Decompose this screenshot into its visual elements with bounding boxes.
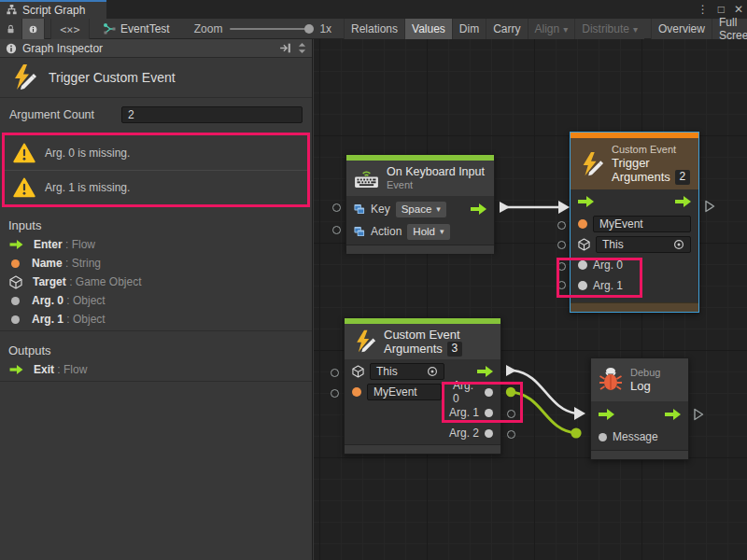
value-input-port[interactable] xyxy=(557,262,566,271)
close-icon[interactable]: ✕ xyxy=(734,3,743,16)
unconnected-flow-indicator xyxy=(693,408,704,421)
message-label: Message xyxy=(613,430,658,443)
lock-button[interactable] xyxy=(0,19,22,39)
zoom-slider-handle[interactable] xyxy=(304,24,314,34)
value-output-port[interactable] xyxy=(507,410,515,418)
node-debug-log[interactable]: Debug Log Message xyxy=(590,357,689,460)
object-output-port[interactable] xyxy=(485,409,493,417)
spinner-icon[interactable] xyxy=(298,42,306,54)
arg2-row: Arg. 2 xyxy=(345,423,500,443)
object-output-port[interactable] xyxy=(485,388,493,397)
node-body: MyEvent This Arg. 0 Arg. 1 xyxy=(571,189,698,296)
argument-count-input[interactable] xyxy=(121,106,303,123)
value-input-port[interactable] xyxy=(331,389,339,398)
node-title: Custom Event xyxy=(384,328,462,342)
event-name-field[interactable]: MyEvent xyxy=(367,384,442,400)
relations-button[interactable]: Relations xyxy=(344,19,404,39)
dock-panel-icon[interactable] xyxy=(278,42,292,54)
event-name-field[interactable]: MyEvent xyxy=(593,216,691,232)
node-header: Custom Event Trigger Arguments 2 xyxy=(571,138,698,189)
arg-label: Arg. 1 xyxy=(593,279,623,292)
align-dropdown[interactable]: Align xyxy=(528,19,575,39)
action-dropdown[interactable]: Hold xyxy=(407,224,449,240)
script-graph-asset-icon xyxy=(103,22,116,35)
node-on-keyboard-input[interactable]: On Keyboard Input Event Key Space Action… xyxy=(345,154,495,251)
value-input-port[interactable] xyxy=(557,281,566,289)
value-output-port[interactable] xyxy=(507,430,515,439)
overview-button[interactable]: Overview xyxy=(651,19,712,39)
target-field[interactable]: This xyxy=(370,363,444,380)
node-kind: Custom Event xyxy=(612,144,690,156)
value-input-port[interactable] xyxy=(332,226,341,234)
warning-text: Arg. 0 is missing. xyxy=(45,147,130,160)
inputs-section: Inputs Enter : Flow Name : String Target… xyxy=(0,215,312,329)
graph-inspector-panel: Graph Inspector Trigger Custom Event Arg… xyxy=(0,39,313,560)
distribute-dropdown[interactable]: Distribute xyxy=(574,19,644,39)
value-input-port[interactable] xyxy=(557,241,566,249)
string-port[interactable] xyxy=(352,387,361,397)
maximize-icon[interactable]: □ xyxy=(718,3,725,16)
flow-output-port[interactable] xyxy=(665,409,681,420)
key-label: Key xyxy=(371,203,390,216)
object-picker-icon[interactable] xyxy=(673,239,684,250)
flow-output-port[interactable] xyxy=(471,203,486,215)
key-dropdown[interactable]: Space xyxy=(396,202,446,217)
value-input-port[interactable] xyxy=(557,221,566,230)
port-row-exit: Exit : Flow xyxy=(0,360,312,379)
target-field[interactable]: This xyxy=(596,236,691,253)
value-input-port[interactable] xyxy=(331,369,339,377)
member-icon xyxy=(354,203,365,215)
node-body: Key Space Action Hold xyxy=(346,196,494,245)
node-footer xyxy=(345,444,500,454)
object-picker-icon[interactable] xyxy=(427,366,438,377)
keyboard-icon xyxy=(354,169,379,189)
argument-count-label: Argument Count xyxy=(9,108,121,121)
zoom-slider[interactable] xyxy=(230,28,312,30)
node-title: On Keyboard Input xyxy=(387,165,485,179)
kebab-menu-icon[interactable]: ⋮ xyxy=(698,3,709,16)
warning-icon xyxy=(13,143,35,163)
graph-reference[interactable]: EventTest xyxy=(90,22,179,35)
value-input-port[interactable] xyxy=(332,203,341,212)
outputs-section: Outputs Exit : Flow xyxy=(0,340,312,379)
node-header: Custom Event Arguments 3 xyxy=(345,324,500,359)
port-row-arg1: Arg. 1 : Object xyxy=(0,310,312,329)
arg-label: Arg. 0 xyxy=(593,259,623,272)
inspect-toggle-button[interactable] xyxy=(22,19,45,39)
section-divider xyxy=(0,381,312,382)
unit-title: Trigger Custom Event xyxy=(49,70,176,85)
node-subtitle: Event xyxy=(387,179,485,191)
node-title: Trigger xyxy=(612,156,690,170)
event-name-row: MyEvent Arg. 0 xyxy=(345,382,500,402)
node-trigger-custom-event[interactable]: Custom Event Trigger Arguments 2 MyEvent xyxy=(570,132,699,313)
object-port[interactable] xyxy=(578,281,587,290)
dim-button[interactable]: Dim xyxy=(452,19,486,39)
event-name-row: MyEvent xyxy=(571,214,698,234)
inspected-unit-header: Trigger Custom Event xyxy=(0,58,312,98)
code-preview-button[interactable] xyxy=(50,19,90,39)
node-custom-event[interactable]: Custom Event Arguments 3 This MyEvent xyxy=(344,317,501,455)
values-button[interactable]: Values xyxy=(404,19,452,39)
flow-output-port[interactable] xyxy=(675,196,691,207)
flow-input-port[interactable] xyxy=(578,196,594,207)
custom-event-icon xyxy=(9,63,37,91)
carry-button[interactable]: Carry xyxy=(486,19,527,39)
object-port[interactable] xyxy=(578,260,587,270)
object-output-port[interactable] xyxy=(485,429,493,438)
inputs-header: Inputs xyxy=(0,215,312,235)
tab-script-graph[interactable]: Script Graph xyxy=(0,0,106,19)
object-port-icon xyxy=(11,315,20,324)
port-row-target: Target : Game Object xyxy=(0,273,312,291)
message-input-port[interactable] xyxy=(599,433,607,441)
gameobject-cube-icon xyxy=(352,365,364,378)
flow-output-port[interactable] xyxy=(477,366,493,377)
info-icon xyxy=(6,43,17,54)
hierarchy-icon xyxy=(6,5,18,17)
graph-canvas[interactable]: On Keyboard Input Event Key Space Action… xyxy=(314,39,747,560)
string-port-icon xyxy=(11,259,20,268)
flow-input-port[interactable] xyxy=(599,409,614,420)
code-icon xyxy=(60,23,80,35)
fullscreen-button[interactable]: Full Screen xyxy=(712,19,747,39)
node-body: This MyEvent Arg. 0 Arg. 1 Arg. 2 xyxy=(345,359,500,445)
string-port[interactable] xyxy=(578,219,587,229)
